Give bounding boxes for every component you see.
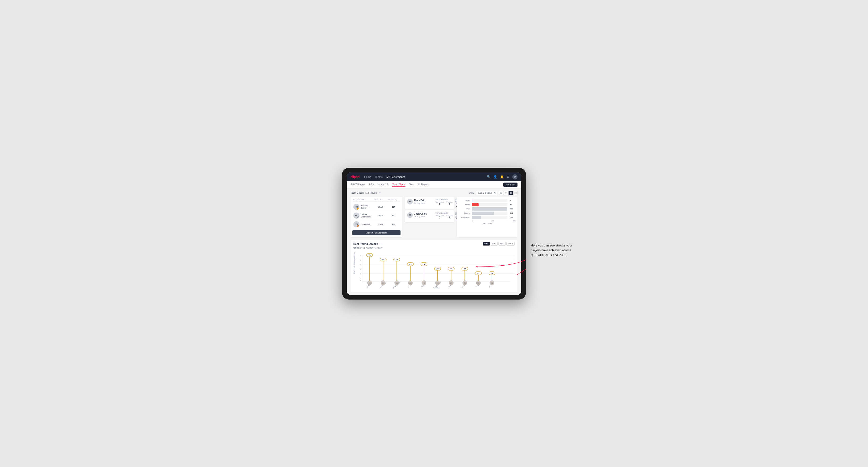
bar-value-bogeys: 311: [510, 212, 516, 214]
add-team-button[interactable]: Add Team: [503, 183, 518, 187]
pc-player-row: JC Josh Coles 26 Aug 2023: [407, 212, 431, 218]
bar-label: Eagles: [459, 199, 470, 201]
subnav-hcaps[interactable]: Hcaps 1-5: [378, 183, 389, 186]
card-view-btn[interactable]: ▦: [508, 191, 513, 195]
settings-icon[interactable]: ⚙: [507, 175, 509, 179]
bar-track: [472, 216, 507, 219]
show-label: Show: [468, 192, 474, 194]
bar-fill: [472, 203, 478, 206]
player-info-1: EC 2 Edward Crossman: [353, 213, 374, 219]
svg-text:JC: JC: [409, 282, 411, 283]
svg-text:7: 7: [360, 254, 361, 257]
pc-name-0: Rees Britt: [414, 199, 425, 201]
bar-fill: [472, 199, 472, 202]
bar-track: [472, 203, 507, 206]
pc-avatar-1: JC: [407, 212, 413, 218]
view-full-leaderboard-button[interactable]: View Full Leaderboard: [352, 230, 401, 236]
bell-icon[interactable]: 🔔: [500, 175, 504, 179]
subnav-tour[interactable]: Tour: [409, 183, 414, 186]
subnav-all-players[interactable]: All Players: [417, 183, 429, 186]
streak-svg: 7 6 5 4 3 2 1: [356, 251, 515, 289]
right-panel: RB Rees Britt 02 Sep 2023 Total Rounds: [405, 197, 518, 237]
rank-badge-3: 3: [357, 225, 360, 227]
user-icon[interactable]: 👤: [493, 175, 497, 179]
bar-label: D. Bogeys +: [459, 217, 470, 218]
bar-row-pars: Pars 499: [459, 207, 516, 211]
nav-home[interactable]: Home: [364, 176, 371, 178]
grid-view-btn[interactable]: ⊞: [499, 191, 503, 195]
player-card-0: RB Rees Britt 02 Sep 2023 Total Rounds: [405, 197, 454, 209]
pc-player-row: RB Rees Britt 02 Sep 2023: [407, 199, 431, 205]
svg-text:4: 4: [360, 268, 361, 270]
player-count: | 14 Players: [365, 191, 378, 194]
player-info-2: CA 3 Cameron...: [353, 221, 374, 227]
bar-fill: [472, 216, 481, 219]
player-cards: RB Rees Britt 02 Sep 2023 Total Rounds: [405, 197, 454, 237]
filter-arg-btn[interactable]: ARG: [498, 242, 506, 246]
player-name-1: Edward Crossman: [361, 213, 374, 218]
svg-text:DF: DF: [450, 282, 452, 283]
avatar: CA 3: [353, 221, 360, 227]
table-row: CA 3 Cameron... 17/20 103: [352, 220, 401, 229]
col-pb-score: PB SCORE: [374, 199, 388, 200]
app-logo: clippd: [350, 175, 360, 179]
svg-text:DB: DB: [396, 282, 398, 283]
subnav-pga[interactable]: PGA: [369, 183, 374, 186]
filter-ott-btn[interactable]: OTT: [483, 242, 490, 246]
avatar-button[interactable]: U: [512, 174, 518, 180]
svg-text:7x: 7x: [368, 254, 371, 256]
subnav-team-clippd[interactable]: Team Clippd: [392, 183, 405, 187]
team-name: Team Clippd: [350, 191, 364, 194]
nav-teams[interactable]: Teams: [375, 176, 382, 178]
svg-text:5x: 5x: [409, 263, 411, 265]
annotation-block: Here you can see streaks your players ha…: [531, 243, 578, 258]
filter-putt-btn[interactable]: PUTT: [506, 242, 515, 246]
bar-chart: Eagles 3 Birdies: [459, 199, 516, 219]
pc-stat: Tournament 8: [435, 201, 444, 206]
subnav-pgat[interactable]: PGAT Players: [350, 183, 365, 186]
table-view-btn[interactable]: ⬜: [513, 191, 518, 195]
svg-text:3: 3: [360, 273, 361, 275]
bar-fill: [472, 207, 507, 211]
svg-text:RB: RB: [477, 282, 479, 283]
avatar: RB 1: [353, 204, 360, 210]
svg-text:4x: 4x: [450, 268, 453, 270]
svg-text:EE: EE: [369, 282, 371, 283]
pc-name-1: Josh Coles: [414, 213, 427, 215]
nav-links: Home Teams My Performance: [364, 176, 482, 178]
player-score-1: 18/20: [374, 214, 388, 217]
show-controls: Show Last 3 months Last 6 months Last ye…: [468, 191, 518, 195]
edit-icon[interactable]: ✏: [379, 191, 381, 194]
two-col-layout: PLAYER NAME PB SCORE PB AVG SQ RB 1: [350, 197, 518, 237]
player-name-0: Richard Butler: [361, 205, 374, 209]
lb-header: PLAYER NAME PB SCORE PB AVG SQ: [352, 199, 401, 201]
rank-badge-1: 1: [357, 208, 360, 210]
bar-fill: [472, 212, 494, 215]
list-view-btn[interactable]: ≡: [504, 191, 508, 195]
bar-label: Birdies: [459, 204, 470, 206]
bar-value-eagles: 3: [510, 199, 516, 201]
subnav: PGAT Players PGA Hcaps 1-5 Team Clippd T…: [347, 181, 521, 188]
team-title: Team Clippd | 14 Players ✏: [350, 191, 381, 194]
bar-value-dbogeys: 131: [510, 216, 516, 218]
avatar: EC 2: [353, 213, 360, 219]
svg-text:CQ: CQ: [491, 282, 493, 283]
svg-text:Players: Players: [433, 286, 439, 288]
search-icon[interactable]: 🔍: [487, 175, 491, 179]
y-axis-title: Best Streak, Fairway Accuracy: [353, 251, 355, 275]
period-select[interactable]: Last 3 months Last 6 months Last year: [476, 191, 497, 195]
svg-text:RB: RB: [423, 282, 425, 283]
pc-left-0: RB Rees Britt 02 Sep 2023: [407, 199, 433, 206]
svg-text:4x: 4x: [464, 268, 466, 270]
pc-rounds-0: Total Rounds Tournament 8 Practice: [435, 199, 453, 206]
svg-text:5x: 5x: [423, 263, 425, 265]
filter-app-btn[interactable]: APP: [491, 242, 498, 246]
streaks-title: Best Round Streaks ←: [353, 242, 383, 246]
bar-chart-panel: Eagles 3 Birdies: [457, 197, 518, 237]
streak-chart-wrapper: Best Streak, Fairway Accuracy 7 6 5 4 3 …: [353, 251, 515, 290]
nav-my-performance[interactable]: My Performance: [386, 176, 405, 178]
player-name-2: Cameron...: [361, 223, 371, 225]
arrow-indicator: ←: [380, 242, 383, 246]
svg-text:5: 5: [360, 263, 361, 266]
navbar: clippd Home Teams My Performance 🔍 👤 🔔 ⚙…: [347, 173, 521, 181]
